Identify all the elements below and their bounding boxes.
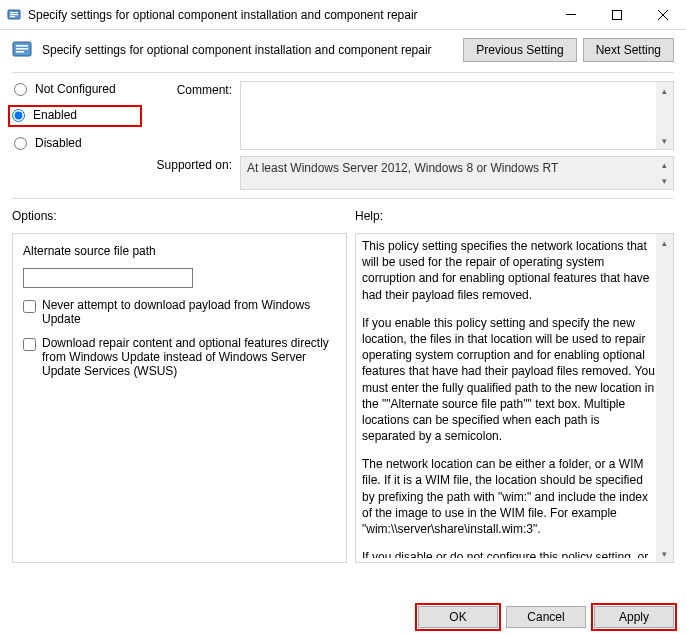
alt-path-input[interactable] [23, 268, 193, 288]
checkbox-never-download-input[interactable] [23, 300, 36, 313]
checkbox-never-download[interactable]: Never attempt to download payload from W… [23, 298, 336, 326]
comment-textarea[interactable] [241, 82, 655, 146]
comment-column: Comment: ▴ ▾ Supported on: At least Wind… [154, 81, 674, 190]
previous-setting-button[interactable]: Previous Setting [463, 38, 576, 62]
radio-disabled-input[interactable] [14, 137, 27, 150]
supported-row: Supported on: At least Windows Server 20… [154, 156, 674, 190]
help-paragraph: The network location can be either a fol… [362, 456, 656, 537]
radio-not-configured-input[interactable] [14, 83, 27, 96]
panels: Options: Alternate source file path Neve… [0, 199, 686, 567]
supported-field: At least Windows Server 2012, Windows 8 … [240, 156, 674, 190]
minimize-button[interactable] [548, 0, 594, 29]
window-title: Specify settings for optional component … [28, 8, 548, 22]
comment-row: Comment: ▴ ▾ [154, 81, 674, 150]
close-button[interactable] [640, 0, 686, 29]
help-box: This policy setting specifies the networ… [355, 233, 674, 563]
apply-button[interactable]: Apply [594, 606, 674, 628]
alt-path-label: Alternate source file path [23, 244, 336, 258]
help-paragraph: If you disable or do not configure this … [362, 549, 656, 558]
scroll-up-icon: ▴ [656, 234, 673, 251]
scroll-down-icon: ▾ [656, 173, 673, 189]
svg-rect-5 [613, 10, 622, 19]
scroll-up-icon: ▴ [656, 82, 673, 99]
nav-buttons: Previous Setting Next Setting [463, 38, 674, 62]
highlight-enabled: Enabled [8, 105, 142, 127]
footer: OK Cancel Apply [418, 606, 674, 628]
radio-not-configured[interactable]: Not Configured [12, 81, 142, 97]
checkbox-wsus[interactable]: Download repair content and optional fea… [23, 336, 336, 378]
help-label: Help: [355, 209, 674, 223]
checkbox-never-download-label: Never attempt to download payload from W… [42, 298, 336, 326]
scroll-down-icon: ▾ [656, 545, 673, 562]
help-content: This policy setting specifies the networ… [362, 238, 656, 558]
options-label: Options: [12, 209, 347, 223]
options-box: Alternate source file path Never attempt… [12, 233, 347, 563]
radio-enabled-label: Enabled [33, 108, 77, 122]
options-content: Alternate source file path Never attempt… [13, 234, 346, 388]
radio-not-configured-label: Not Configured [35, 82, 116, 96]
svg-rect-1 [10, 12, 18, 13]
state-row: Not Configured Enabled Disabled Comment:… [0, 73, 686, 194]
comment-field: ▴ ▾ [240, 81, 674, 150]
scroll-down-icon: ▾ [656, 132, 673, 149]
help-paragraph: If you enable this policy setting and sp… [362, 315, 656, 445]
checkbox-wsus-label: Download repair content and optional fea… [42, 336, 336, 378]
next-setting-button[interactable]: Next Setting [583, 38, 674, 62]
header-description: Specify settings for optional component … [42, 43, 455, 57]
header-row: Specify settings for optional component … [0, 30, 686, 68]
scrollbar[interactable]: ▴ ▾ [656, 82, 673, 149]
supported-value: At least Windows Server 2012, Windows 8 … [241, 157, 673, 189]
svg-rect-3 [10, 16, 15, 17]
titlebar: Specify settings for optional component … [0, 0, 686, 30]
help-panel: Help: This policy setting specifies the … [355, 209, 674, 563]
radio-enabled-input[interactable] [12, 109, 25, 122]
scroll-up-icon: ▴ [656, 157, 673, 173]
checkbox-wsus-input[interactable] [23, 338, 36, 351]
supported-label: Supported on: [154, 156, 232, 172]
policy-icon [10, 38, 34, 62]
scrollbar[interactable]: ▴ ▾ [656, 157, 673, 189]
window-buttons [548, 0, 686, 29]
svg-rect-11 [16, 51, 24, 53]
state-column: Not Configured Enabled Disabled [12, 81, 142, 190]
radio-disabled-label: Disabled [35, 136, 82, 150]
options-panel: Options: Alternate source file path Neve… [12, 209, 347, 563]
help-paragraph: This policy setting specifies the networ… [362, 238, 656, 303]
ok-button[interactable]: OK [418, 606, 498, 628]
svg-rect-4 [566, 14, 576, 15]
scrollbar[interactable]: ▴ ▾ [656, 234, 673, 562]
cancel-button[interactable]: Cancel [506, 606, 586, 628]
comment-label: Comment: [154, 81, 232, 97]
app-icon [6, 7, 22, 23]
svg-rect-9 [16, 45, 28, 47]
maximize-button[interactable] [594, 0, 640, 29]
svg-rect-2 [10, 14, 18, 15]
radio-disabled[interactable]: Disabled [12, 135, 142, 151]
svg-rect-10 [16, 48, 28, 50]
radio-enabled[interactable]: Enabled [10, 107, 132, 123]
